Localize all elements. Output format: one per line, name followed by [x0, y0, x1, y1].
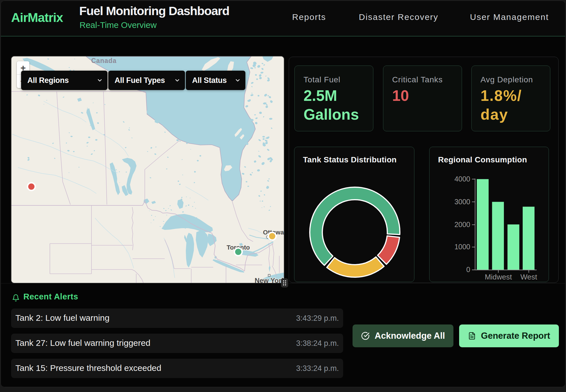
svg-text:Canada: Canada — [91, 57, 117, 64]
svg-text:4000: 4000 — [454, 175, 470, 183]
svg-text:2000: 2000 — [454, 220, 470, 228]
svg-text:1000: 1000 — [454, 243, 470, 251]
svg-text:0: 0 — [466, 266, 470, 273]
svg-text:New York: New York — [255, 277, 284, 283]
svg-text:Midwest: Midwest — [485, 273, 512, 281]
svg-text:3000: 3000 — [454, 198, 470, 206]
svg-text:West: West — [520, 273, 538, 281]
